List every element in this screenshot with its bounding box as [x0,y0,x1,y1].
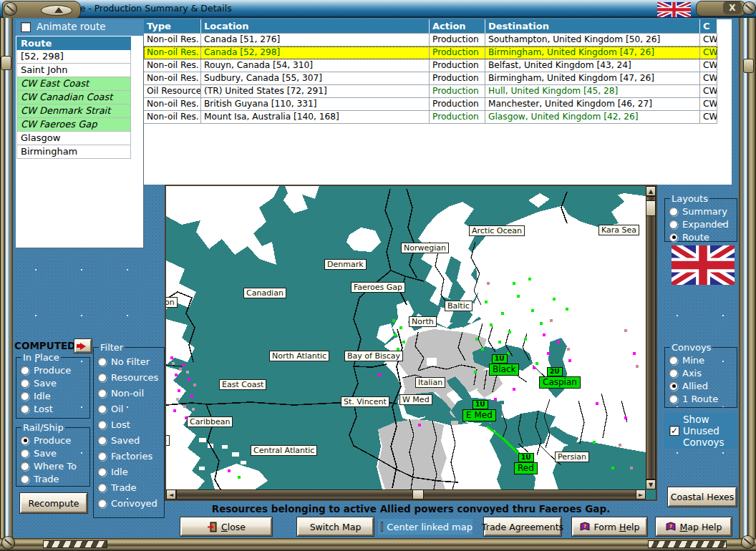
radio-button[interactable] [20,436,29,445]
radio-button[interactable] [97,467,107,477]
layouts-option-expanded[interactable]: Expanded [669,218,737,230]
route-list-item[interactable]: CW East Coast [16,77,131,91]
frame-left [0,18,13,538]
map-scroll-up[interactable]: ▲ [646,186,656,196]
filter-option-no-filter[interactable]: No Filter [97,353,164,369]
map-help-button[interactable]: ? Map Help [656,517,732,536]
map-scroll-right[interactable]: ► [636,489,646,499]
map-hscroll-thumb[interactable] [412,489,424,499]
filter-option-convoyed[interactable]: Convoyed [97,495,164,511]
convoy-zone-label[interactable]: E Med [462,409,496,421]
radio-button[interactable] [97,452,107,461]
col-type[interactable]: Type [144,19,201,34]
rail_ship-option-produce[interactable]: Produce [20,434,89,447]
svg-text:?: ? [669,524,672,530]
computed-arrow-button[interactable] [74,339,92,353]
in_place-option-produce[interactable]: Produce [20,364,89,376]
radio-button[interactable] [669,394,678,404]
sea-zone-label: North [409,316,437,327]
map-hscrollbar[interactable] [176,489,646,499]
recompute-button[interactable]: Recompute [20,493,87,513]
center-linked-checkbox[interactable] [381,522,383,532]
radio-button[interactable] [669,356,678,365]
rail_ship-option-save[interactable]: Save [20,447,89,459]
filter-option-non-oil[interactable]: Non-oil [97,385,164,401]
table-row[interactable]: Non-oil Res.Canada [51, 276]ProductionSo… [144,34,717,47]
route-list-item[interactable]: Glasgow [16,132,131,145]
radio-button[interactable] [669,369,678,378]
map-scroll-down[interactable]: ▼ [646,479,656,489]
radio-button[interactable] [20,366,29,375]
convoy-zone-label[interactable]: Red [514,462,538,474]
radio-button[interactable] [669,233,678,242]
radio-button[interactable] [20,474,29,484]
radio-button[interactable] [20,449,29,458]
table-row[interactable]: Non-oil Res.Mount Isa, Australia [140, 1… [144,111,717,124]
radio-button[interactable] [97,404,107,414]
col-action[interactable]: Action [430,19,485,34]
route-list-item[interactable]: Saint John [16,64,131,77]
col-location[interactable]: Location [201,19,430,34]
radio-button[interactable] [20,379,29,388]
map-vscrollbar[interactable] [646,196,656,479]
convoy-zone-label[interactable]: Black [489,364,519,376]
route-list-item[interactable]: Birmingham [16,145,131,159]
radio-button[interactable] [669,381,678,391]
rail_ship-option-where-to[interactable]: Where To [20,459,89,472]
coastal-hexes-button[interactable]: Coastal Hexes [668,487,737,507]
filter-option-oil[interactable]: Oil [97,401,164,416]
map-scroll-left[interactable]: ◄ [166,489,176,499]
close-button[interactable]: Close [180,517,272,536]
table-row[interactable]: Non-oil Res.Rouyn, Canada [54, 310]Produ… [144,59,717,72]
layouts-option-summary[interactable]: Summary [669,205,737,218]
radio-button[interactable] [97,436,107,445]
radio-button[interactable] [97,357,107,366]
table-row[interactable]: Non-oil Res.British Guyana [110, 331]Pro… [144,98,717,111]
frame-knob [1,56,11,70]
filter-option-idle[interactable]: Idle [97,464,164,479]
route-list-item[interactable]: [52, 298] [16,50,131,64]
radio-button[interactable] [20,404,29,414]
animate-route-checkbox[interactable] [21,22,31,32]
show-unused-checkbox[interactable]: ✓ [669,426,679,436]
table-row[interactable]: Non-oil Res.Sudbury, Canada [55, 307]Pro… [144,72,717,85]
in_place-option-save[interactable]: Save [20,376,89,389]
convoys-option-allied[interactable]: Allied [669,379,737,392]
route-list-item[interactable]: CW Denmark Strait [16,104,131,118]
form-help-button[interactable]: ? Form Help [572,517,647,536]
col-c[interactable]: C [700,19,717,34]
layouts-option-route[interactable]: Route [669,230,737,243]
filter-option-resources[interactable]: Resources [97,369,164,385]
convoys-option-1-route[interactable]: 1 Route [669,392,737,405]
convoys-option-axis[interactable]: Axis [669,366,737,379]
rail_ship-option-trade[interactable]: Trade [20,472,89,485]
filter-option-saved[interactable]: Saved [97,432,164,448]
radio-button[interactable] [669,207,678,216]
table-row[interactable]: Oil Resource(TR) United States [72, 291]… [144,85,717,98]
filter-option-factories[interactable]: Factories [97,448,164,464]
radio-button[interactable] [20,462,29,471]
trade-agreements-button[interactable]: Trade Agreements [484,517,561,536]
in_place-option-idle[interactable]: Idle [20,389,89,402]
table-row[interactable]: Non-oil Res.Canada [52, 298]ProductionBi… [144,47,717,59]
convoys-option-mine[interactable]: Mine [669,353,737,366]
map-canvas[interactable]: HudsonCanadianDenmarkFaeroes GapNorwegia… [166,186,646,489]
convoy-zone-label[interactable]: Caspian [539,376,581,389]
radio-button[interactable] [97,389,107,398]
filter-option-trade[interactable]: Trade [97,479,164,495]
map-vscroll-thumb[interactable] [646,200,656,216]
close-icon[interactable]: X [723,1,742,14]
radio-button[interactable] [20,391,29,401]
route-list-item[interactable]: CW Canadian Coast [16,91,131,104]
radio-button[interactable] [97,373,107,382]
radio-button[interactable] [669,220,678,229]
radio-button[interactable] [97,499,107,508]
radio-button[interactable] [97,420,107,429]
col-destination[interactable]: Destination [485,19,700,34]
switch-map-button[interactable]: Switch Map [297,517,374,536]
route-list-item[interactable]: CW Faeroes Gap [16,118,131,132]
in_place-option-lost[interactable]: Lost [20,402,89,415]
app-window: Resource - Production Summary & Details … [0,0,756,551]
filter-option-lost[interactable]: Lost [97,416,164,432]
radio-button[interactable] [97,483,107,492]
